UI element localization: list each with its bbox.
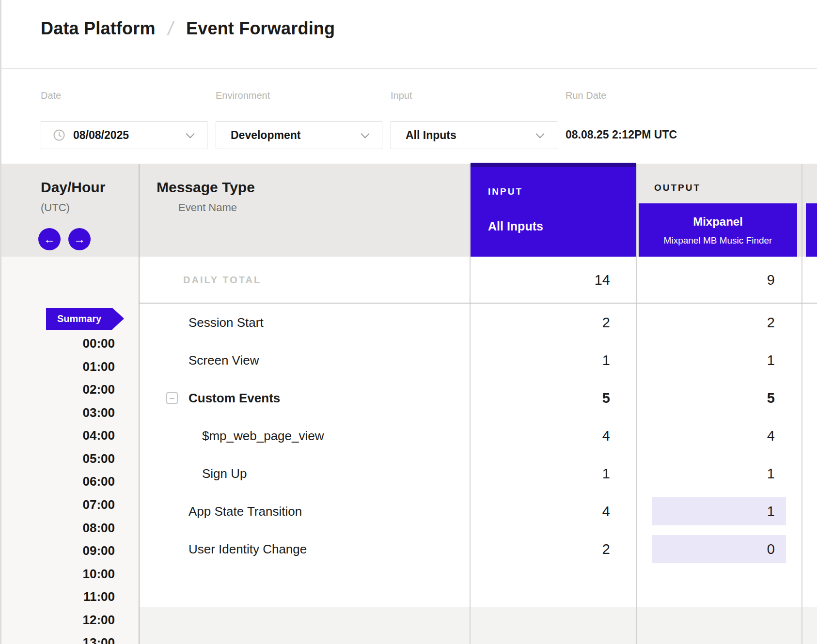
output-value-cell: 5 [636,379,775,417]
table-row: App State Transition41 [0,492,817,530]
input-dropdown[interactable]: All Inputs [391,121,557,149]
row-label: Custom Events [189,379,280,417]
hour-row-label[interactable]: 08:00 [48,521,115,535]
output-value-cell-highlighted[interactable]: 0 [652,535,786,563]
event-forwarding-page: Data Platform / Event Forwarding Date En… [0,0,817,644]
input-value-cell: 1 [470,341,610,379]
output-section-label: OUTPUT [654,183,701,193]
output-value-cell-highlighted[interactable]: 1 [652,497,786,525]
breadcrumb-section[interactable]: Data Platform [41,18,156,39]
hour-row-label[interactable]: 00:00 [48,336,115,351]
input-value-cell: 2 [470,304,610,341]
hour-row-label[interactable]: 05:00 [48,451,115,466]
environment-dropdown[interactable]: Development [216,121,382,149]
output-value-cell: 4 [636,417,775,455]
top-bar-divider [1,68,817,69]
breadcrumb: Data Platform / Event Forwarding [41,17,335,39]
input-value-cell: 2 [470,530,610,568]
breadcrumb-page: Event Forwarding [186,18,335,39]
daily-total-output-value: 9 [636,257,775,304]
output-column-header[interactable]: Mixpanel Mixpanel MB Music Finder [639,203,797,257]
hour-row-label[interactable]: 07:00 [48,497,115,512]
output-column-subtitle: Mixpanel MB Music Finder [639,235,797,246]
row-label: User Identity Change [189,530,307,568]
message-type-column-subtitle: Event Name [178,201,237,214]
table-footer-band [140,607,817,644]
message-type-column-title: Message Type [157,179,255,196]
input-filter-label: Input [391,90,412,101]
environment-dropdown-value: Development [231,129,300,142]
hour-row-label[interactable]: 13:00 [48,635,115,644]
hour-row-label[interactable]: 06:00 [48,474,115,489]
chevron-down-icon [535,129,544,138]
row-label: App State Transition [189,492,302,530]
summary-tab-label: Summary [57,313,101,324]
row-label: $mp_web_page_view [202,417,324,455]
table-row: User Identity Change20 [0,530,817,568]
breadcrumb-separator: / [166,17,175,39]
input-value-cell: 1 [470,455,610,492]
table-row: −Custom Events55 [0,379,817,417]
table-row: Screen View11 [0,341,817,379]
previous-day-button[interactable]: ← [38,228,61,250]
run-date-label: Run Date [566,90,607,101]
clock-icon [53,129,65,141]
table-row: Sign Up11 [0,455,817,492]
run-date-value: 08.08.25 2:12PM UTC [566,128,677,141]
day-hour-column-subtitle: (UTC) [41,201,70,214]
next-day-button[interactable]: → [68,228,91,250]
hour-row-label[interactable]: 03:00 [48,405,115,420]
hour-row-label[interactable]: 01:00 [48,359,115,374]
hour-row-label[interactable]: 11:00 [48,589,115,604]
row-label: Session Start [189,304,264,341]
arrow-left-icon: ← [44,232,55,246]
hour-row-label[interactable]: 02:00 [48,382,115,397]
input-column-name: All Inputs [488,219,543,233]
daily-total-label: DAILY TOTAL [183,257,261,304]
hour-row-label[interactable]: 04:00 [48,428,115,443]
date-dropdown-value: 08/08/2025 [73,129,129,142]
row-label: Screen View [189,341,259,379]
hour-row-label[interactable]: 12:00 [48,613,115,627]
row-label: Sign Up [202,455,247,492]
summary-tab[interactable]: Summary [46,308,112,330]
collapse-icon[interactable]: − [166,392,178,404]
hour-row-label[interactable]: 09:00 [48,543,115,558]
input-section-label: INPUT [488,186,523,197]
input-column-header[interactable]: INPUT All Inputs [471,163,636,257]
daily-total-input-value: 14 [470,257,610,304]
table-row: $mp_web_page_view44 [0,417,817,455]
arrow-right-icon: → [74,232,85,246]
output-value-cell: 1 [636,455,775,492]
input-value-cell: 4 [470,417,610,455]
hour-row-label[interactable]: 10:00 [48,567,115,581]
day-hour-column-title: Day/Hour [41,179,105,196]
table-body: Session Start22Screen View11−Custom Even… [0,304,817,568]
next-output-column-header-partial [806,203,817,257]
input-dropdown-value: All Inputs [406,129,456,142]
output-column-name: Mixpanel [639,215,797,229]
date-filter-label: Date [41,90,61,101]
chevron-down-icon [186,129,194,138]
environment-filter-label: Environment [216,90,270,101]
output-value-cell: 1 [636,341,775,379]
input-value-cell: 4 [470,492,610,530]
output-value-cell: 2 [636,304,775,341]
date-dropdown[interactable]: 08/08/2025 [41,121,207,149]
input-value-cell: 5 [470,379,610,417]
chevron-down-icon [361,129,369,138]
